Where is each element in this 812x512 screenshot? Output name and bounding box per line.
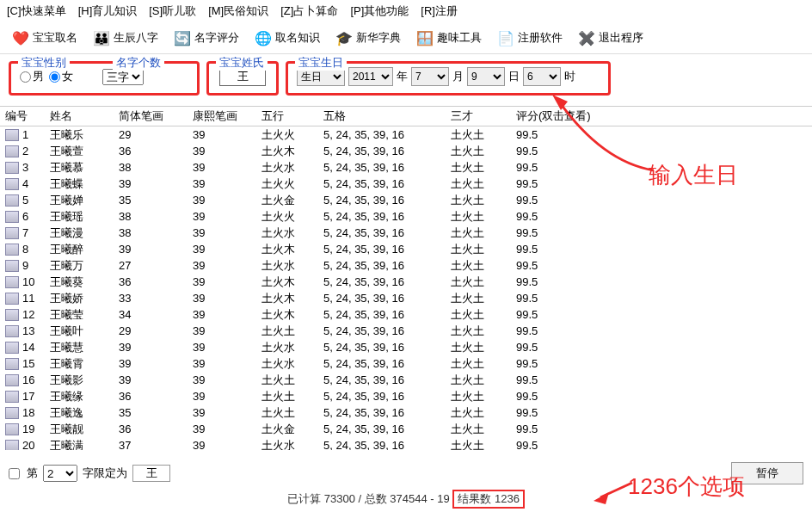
cell-id: 9 [0, 257, 45, 275]
fix-label: 字限定为 [83, 466, 127, 481]
cell-kangxi: 39 [188, 355, 256, 372]
menu-parenting[interactable]: [H]育儿知识 [78, 3, 138, 19]
tool-label: 宝宝取名 [33, 30, 77, 46]
cell-wuxing: 土火水 [256, 436, 318, 451]
tool-knowledge[interactable]: 🌐取名知识 [248, 26, 327, 50]
table-row[interactable]: 2王曦萱3639土火木5, 24, 35, 39, 16土火土99.5 [0, 143, 812, 159]
table-row[interactable]: 18王曦逸3539土火土5, 24, 35, 39, 16土火土99.5 [0, 404, 812, 421]
table-row[interactable]: 6王曦瑶3839土火火5, 24, 35, 39, 16土火土99.5 [0, 208, 812, 225]
table-row[interactable]: 12王曦莹3439土火木5, 24, 35, 39, 16土火土99.5 [0, 306, 812, 323]
cell-score: 99.5 [511, 126, 614, 143]
cell-jianti: 35 [114, 192, 188, 208]
cell-wuge: 5, 24, 35, 39, 16 [318, 388, 446, 404]
th-name[interactable]: 姓名 [45, 107, 114, 126]
bd-day-select[interactable]: 9 [467, 67, 505, 86]
table-row[interactable]: 4王曦蝶3939土火火5, 24, 35, 39, 16土火土99.5 [0, 176, 812, 192]
cell-score: 99.5 [511, 404, 614, 421]
cell-wuge: 5, 24, 35, 39, 16 [318, 404, 446, 421]
cell-kangxi: 39 [188, 404, 256, 421]
table-row[interactable]: 17王曦缘3639土火土5, 24, 35, 39, 16土火土99.5 [0, 388, 812, 404]
cell-jianti: 39 [114, 176, 188, 192]
cell-id: 11 [0, 290, 45, 307]
radio-female[interactable]: 女 [49, 69, 73, 84]
cell-jianti: 38 [114, 208, 188, 225]
menu-fortune[interactable]: [Z]占卜算命 [280, 3, 338, 19]
table-row[interactable]: 16王曦影3939土火土5, 24, 35, 39, 16土火土99.5 [0, 372, 812, 388]
menu-songs[interactable]: [S]听儿歌 [149, 3, 196, 19]
tool-bazi[interactable]: 👪生辰八字 [86, 26, 165, 50]
tool-register[interactable]: 📄注册软件 [490, 26, 569, 50]
status-progress: 已计算 73300 / 总数 374544 - 19 [287, 492, 450, 505]
th-id[interactable]: 编号 [0, 107, 45, 126]
th-score[interactable]: 评分(双击查看) [511, 107, 614, 126]
cell-sancai: 土火土 [446, 436, 511, 451]
table-row[interactable]: 11王曦娇3339土火木5, 24, 35, 39, 16土火土99.5 [0, 290, 812, 306]
cell-score: 99.5 [511, 257, 614, 274]
table-row[interactable]: 20王曦满3739土火水5, 24, 35, 39, 16土火土99.5 [0, 437, 812, 450]
fix-char-checkbox[interactable] [9, 468, 20, 479]
tool-dictionary[interactable]: 🎓新华字典 [329, 26, 408, 50]
th-kangxi[interactable]: 康熙笔画 [188, 107, 256, 126]
cell-wuge: 5, 24, 35, 39, 16 [318, 372, 446, 388]
tool-label: 趣味工具 [437, 30, 482, 46]
tool-exit[interactable]: ✖️退出程序 [571, 26, 650, 50]
tool-naming[interactable]: ❤️宝宝取名 [5, 26, 84, 50]
cell-kangxi: 39 [188, 241, 256, 257]
table-row[interactable]: 14王曦慧3939土火水5, 24, 35, 39, 16土火土99.5 [0, 339, 812, 355]
menu-other[interactable]: [P]其他功能 [350, 3, 409, 19]
bd-year-select[interactable]: 2011 [348, 67, 393, 86]
radio-male-input[interactable] [20, 71, 31, 83]
cell-kangxi: 39 [188, 126, 256, 143]
bd-month-select[interactable]: 7 [411, 67, 449, 86]
table-row[interactable]: 15王曦霄3939土火水5, 24, 35, 39, 16土火土99.5 [0, 355, 812, 372]
group-birthday: 宝宝生日 生日 2011 年 7 月 9 日 6 时 [286, 61, 611, 96]
th-jianti[interactable]: 简体笔画 [114, 107, 188, 126]
tool-fun[interactable]: 🪟趣味工具 [409, 26, 489, 50]
hour-label: 时 [564, 69, 575, 84]
year-label: 年 [397, 69, 408, 84]
cell-score: 99.5 [511, 143, 614, 159]
count-legend: 名字个数 [113, 55, 164, 71]
table-header: 编号 姓名 简体笔画 康熙笔画 五行 五格 三才 评分(双击查看) [0, 107, 812, 126]
fix-char-input[interactable] [132, 465, 170, 482]
cell-kangxi: 39 [188, 372, 256, 388]
table-row[interactable]: 9王曦万2739土火水5, 24, 35, 39, 16土火土99.5 [0, 257, 812, 274]
windows-icon: 🪟 [416, 29, 434, 46]
radio-female-input[interactable] [49, 71, 60, 83]
cell-wuge: 5, 24, 35, 39, 16 [318, 241, 446, 257]
table-row[interactable]: 3王曦慕3839土火水5, 24, 35, 39, 16土火土99.5 [0, 159, 812, 176]
table-row[interactable]: 19王曦靓3639土火金5, 24, 35, 39, 16土火土99.5 [0, 421, 812, 437]
tool-score[interactable]: 🔄名字评分 [167, 26, 246, 50]
radio-male[interactable]: 男 [20, 69, 44, 84]
cell-id: 2 [0, 143, 45, 160]
th-sancai[interactable]: 三才 [446, 107, 511, 126]
table-row[interactable]: 10王曦葵3639土火木5, 24, 35, 39, 16土火土99.5 [0, 274, 812, 290]
char-position-select[interactable]: 2 [43, 465, 77, 482]
menu-quick[interactable]: [C]快速菜单 [7, 3, 66, 19]
th-wuge[interactable]: 五格 [318, 107, 446, 126]
bd-hour-select[interactable]: 6 [523, 67, 561, 86]
day-label: 日 [508, 69, 520, 84]
th-wuxing[interactable]: 五行 [256, 107, 318, 126]
cell-jianti: 38 [114, 225, 188, 241]
cell-score: 99.5 [511, 372, 614, 388]
tool-label: 新华字典 [356, 30, 401, 46]
cell-kangxi: 39 [188, 437, 256, 450]
cell-id: 6 [0, 208, 45, 225]
pause-button[interactable]: 暂停 [731, 462, 803, 484]
menu-folklore[interactable]: [M]民俗知识 [208, 3, 268, 19]
tool-label: 取名知识 [275, 30, 320, 46]
table-row[interactable]: 7王曦漫3839土火水5, 24, 35, 39, 16土火土99.5 [0, 225, 812, 241]
table-row[interactable]: 8王曦醉3939土火木5, 24, 35, 39, 16土火土99.5 [0, 241, 812, 257]
cell-wuge: 5, 24, 35, 39, 16 [318, 143, 446, 159]
name-count-select[interactable]: 三字 [102, 69, 144, 85]
cell-kangxi: 39 [188, 274, 256, 290]
cell-kangxi: 39 [188, 306, 256, 323]
radio-male-label: 男 [33, 69, 44, 84]
table-row[interactable]: 13王曦叶2939土火土5, 24, 35, 39, 16土火土99.5 [0, 323, 812, 339]
table-row[interactable]: 5王曦婵3539土火金5, 24, 35, 39, 16土火土99.5 [0, 192, 812, 208]
menu-register[interactable]: [R]注册 [421, 3, 458, 19]
menu-bar: [C]快速菜单 [H]育儿知识 [S]听儿歌 [M]民俗知识 [Z]占卜算命 [… [0, 0, 812, 22]
table-row[interactable]: 1王曦乐2939土火火5, 24, 35, 39, 16土火土99.5 [0, 126, 812, 143]
cell-kangxi: 39 [188, 159, 256, 176]
